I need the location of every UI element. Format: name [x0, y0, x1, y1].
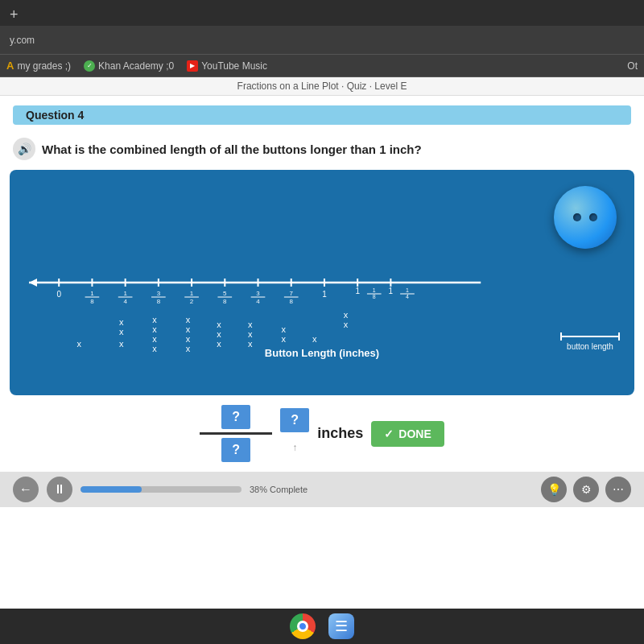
numerator-top-box[interactable]: ?	[280, 408, 309, 432]
svg-text:x: x	[186, 324, 191, 334]
hint-icon[interactable]: 💡	[541, 477, 567, 502]
fraction-input: ? ?	[200, 405, 272, 462]
svg-text:x: x	[217, 339, 221, 349]
question-text: What is the combined length of all the b…	[42, 142, 422, 156]
svg-text:x: x	[344, 320, 349, 329]
quiz-title: Fractions on a Line Plot · Quiz · Level …	[237, 80, 407, 92]
svg-text:x: x	[152, 315, 157, 324]
khan-academy-icon: ✓	[84, 60, 95, 72]
svg-text:x: x	[312, 334, 317, 344]
svg-text:x: x	[281, 324, 286, 334]
svg-text:x: x	[217, 329, 221, 339]
button-holes	[573, 213, 597, 221]
done-button[interactable]: ✓ DONE	[371, 421, 444, 447]
whole-input-container: ? ↑	[280, 415, 309, 453]
bookmark-khan-label: Khan Academy ;0	[98, 60, 174, 72]
fraction-line	[200, 432, 272, 435]
content-area: Fractions on a Line Plot · Quiz · Level …	[0, 77, 644, 609]
bookmark-my-grades-label: my grades ;)	[17, 60, 71, 72]
button-image	[554, 186, 618, 250]
bookmark-a-icon: A	[6, 60, 14, 72]
svg-text:x: x	[248, 320, 253, 329]
chrome-inner	[297, 621, 308, 632]
line-plot: x x x x x x x x x x x x	[26, 275, 618, 359]
bookmark-khan-academy[interactable]: ✓ Khan Academy ;0	[84, 60, 174, 72]
bookmark-my-grades[interactable]: A my grades ;)	[6, 60, 71, 72]
browser-frame: + y.com A my grades ;) ✓ Khan Academy ;0…	[0, 0, 644, 644]
answer-area: ? ? ? ↑ inches ✓ DONE	[0, 395, 644, 472]
svg-text:x: x	[76, 339, 81, 349]
svg-text:x: x	[119, 339, 124, 349]
svg-text:x: x	[281, 334, 286, 344]
bottom-icons: 💡 ⚙ ⋯	[541, 477, 631, 502]
taskbar: ☰	[0, 609, 644, 644]
svg-text:x: x	[344, 310, 349, 320]
svg-text:x: x	[152, 334, 157, 344]
svg-text:x: x	[217, 320, 221, 329]
other-bookmarks-label: Ot	[627, 60, 638, 72]
bookmarks-bar: A my grades ;) ✓ Khan Academy ;0 ▶ YouTu…	[0, 55, 644, 77]
address-bar: y.com	[0, 26, 644, 55]
back-button[interactable]: ←	[13, 477, 39, 502]
button-circle	[554, 186, 617, 249]
svg-text:x: x	[186, 344, 191, 353]
numerator-box[interactable]: ?	[221, 405, 250, 429]
speaker-button[interactable]: 🔊	[13, 138, 35, 160]
more-icon[interactable]: ⋯	[605, 477, 631, 502]
button-hole-left	[573, 213, 581, 221]
settings-icon[interactable]: ⚙	[573, 477, 599, 502]
svg-text:x: x	[119, 327, 124, 336]
svg-text:x: x	[119, 317, 124, 327]
svg-text:x: x	[152, 344, 157, 353]
checkmark-icon: ✓	[384, 427, 394, 440]
graph-area: button length x x x x x x	[10, 170, 634, 395]
bookmark-youtube-label: YouTube Music	[201, 60, 267, 72]
progress-label: 38% Complete	[250, 485, 308, 494]
svg-text:x: x	[186, 315, 191, 324]
svg-text:x: x	[248, 339, 253, 349]
address-text: y.com	[10, 35, 634, 46]
progress-bar-fill	[80, 486, 142, 493]
done-label: DONE	[398, 427, 431, 440]
quiz-header-bar: Fractions on a Line Plot · Quiz · Level …	[0, 77, 644, 96]
browser-tabs: +	[0, 0, 644, 26]
pause-button[interactable]: ⏸	[47, 477, 72, 502]
svg-text:x: x	[186, 334, 191, 344]
new-tab-button[interactable]: +	[10, 6, 19, 23]
ruler-right-end	[618, 332, 620, 341]
x-marks-svg: x x x x x x x x x x x x	[26, 266, 470, 363]
bookmark-youtube-music[interactable]: ▶ YouTube Music	[187, 60, 267, 72]
question-label: Question 4	[13, 105, 631, 125]
progress-bar	[80, 486, 242, 493]
chrome-icon[interactable]	[290, 613, 316, 639]
question-text-area: 🔊 What is the combined length of all the…	[0, 134, 644, 170]
inches-label: inches	[317, 425, 363, 442]
youtube-icon: ▶	[187, 60, 198, 72]
button-hole-right	[589, 213, 597, 221]
denominator-box[interactable]: ?	[221, 438, 250, 462]
svg-text:x: x	[248, 329, 253, 339]
cursor-indicator: ↑	[292, 442, 297, 453]
speaker-icon: 🔊	[18, 142, 31, 155]
quiz-container: Question 4 🔊 What is the combined length…	[0, 96, 644, 609]
svg-text:x: x	[152, 324, 157, 334]
finder-icon[interactable]: ☰	[328, 613, 354, 639]
bottom-bar: ← ⏸ 38% Complete 💡 ⚙ ⋯	[0, 472, 644, 507]
